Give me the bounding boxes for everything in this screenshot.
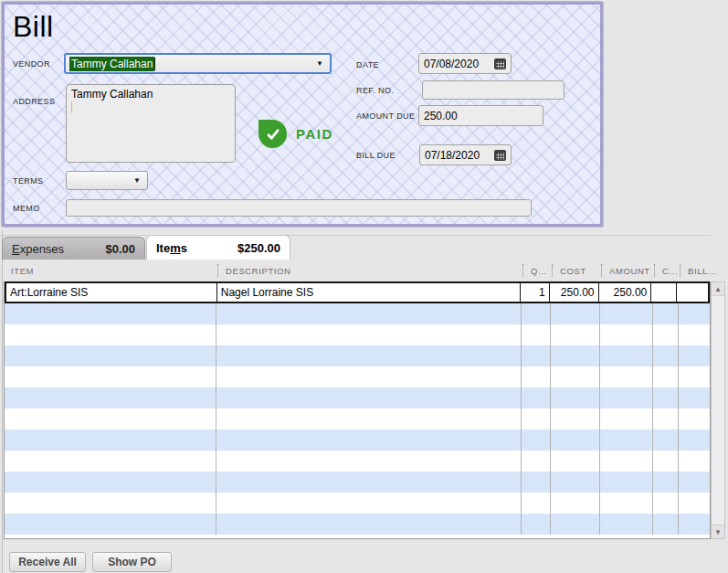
table-row[interactable] [5, 514, 710, 535]
chevron-down-icon[interactable]: ▼ [133, 177, 141, 185]
table-row[interactable] [5, 303, 710, 324]
ref-no-label: REF. NO. [356, 86, 394, 95]
table-row[interactable] [5, 451, 710, 472]
tab-expenses[interactable]: Expenses $0.00 [2, 237, 145, 260]
bill-due-input[interactable]: 07/18/2020 [419, 144, 512, 165]
window-left-border [2, 230, 3, 573]
text-caret [71, 101, 72, 112]
cell-cost[interactable]: 250.00 [550, 283, 599, 302]
show-po-button[interactable]: Show PO [92, 552, 172, 572]
column-header-item: ITEM [4, 264, 217, 277]
vendor-label: VENDOR [13, 59, 50, 69]
tab-expenses-amount: $0.00 [105, 242, 135, 256]
column-header-cost: COST [552, 264, 601, 277]
paid-stamp-label: PAID [296, 126, 333, 142]
receive-all-button[interactable]: Receive All [9, 552, 86, 572]
table-row[interactable] [5, 324, 710, 345]
address-textarea[interactable]: Tammy Callahan [66, 84, 236, 163]
address-label: ADDRESS [13, 97, 55, 106]
vendor-combobox[interactable]: Tammy Callahan ▼ [64, 53, 332, 74]
tab-items-amount: $250.00 [237, 241, 280, 255]
table-row[interactable] [5, 409, 710, 430]
amount-due-label: AMOUNT DUE [356, 111, 415, 121]
cell-qty[interactable]: 1 [521, 283, 550, 302]
cell-customer[interactable] [651, 283, 677, 302]
scroll-up-icon[interactable]: ▲ [712, 282, 724, 296]
table-row-selected[interactable]: Art:Lorraine SIS Nagel Lorraine SIS 1 25… [5, 281, 710, 303]
cell-item[interactable]: Art:Lorraine SIS [6, 283, 217, 302]
table-row[interactable] [5, 345, 710, 366]
tab-items-label: Items [156, 241, 187, 255]
column-header-billable: BILL... [680, 264, 711, 277]
table-row[interactable] [5, 366, 710, 387]
check-icon [264, 125, 282, 143]
cell-amount[interactable]: 250.00 [599, 283, 652, 302]
bill-form-panel: Bill VENDOR Tammy Callahan ▼ ADDRESS Tam… [2, 2, 603, 227]
table-row[interactable] [5, 472, 710, 493]
column-header-amount: AMOUNT [601, 264, 654, 277]
table-header-row: ITEM DESCRIPTION Q... COST AMOUNT C... B… [4, 260, 711, 281]
tab-strip-divider [0, 235, 711, 236]
vendor-selected-text: Tammy Callahan [69, 57, 154, 71]
terms-label: TERMS [13, 176, 44, 186]
table-row[interactable] [5, 430, 710, 451]
ref-no-input[interactable] [422, 80, 564, 100]
cell-description[interactable]: Nagel Lorraine SIS [217, 283, 521, 302]
terms-dropdown[interactable]: ▼ [66, 171, 148, 190]
column-header-qty: Q... [522, 264, 552, 277]
vertical-scrollbar[interactable]: ▲ ▼ [711, 281, 725, 539]
address-line: Tammy Callahan [71, 88, 230, 101]
page-title: Bill [13, 10, 54, 44]
amount-due-input[interactable]: 250.00 [418, 105, 543, 126]
tab-expenses-label: Expenses [12, 242, 64, 256]
calendar-icon[interactable] [494, 150, 506, 161]
memo-input[interactable] [66, 199, 532, 217]
cell-billable[interactable] [677, 283, 708, 302]
tab-items[interactable]: Items $250.00 [146, 235, 290, 260]
memo-label: MEMO [13, 204, 40, 213]
table-row[interactable] [5, 493, 710, 514]
column-header-customer: C... [654, 264, 680, 277]
date-value: 07/08/2020 [424, 58, 479, 70]
calendar-icon[interactable] [494, 58, 506, 69]
table-row[interactable] [5, 387, 710, 409]
items-table: Art:Lorraine SIS Nagel Lorraine SIS 1 25… [4, 281, 711, 539]
bill-due-value: 07/18/2020 [425, 149, 480, 162]
column-header-description: DESCRIPTION [217, 264, 522, 277]
scroll-down-icon[interactable]: ▼ [712, 525, 724, 538]
paid-badge [258, 120, 287, 148]
chevron-down-icon[interactable]: ▼ [316, 60, 323, 68]
text-caret [154, 58, 155, 70]
date-label: DATE [356, 60, 379, 69]
date-input[interactable]: 07/08/2020 [418, 53, 512, 74]
bill-due-label: BILL DUE [356, 151, 396, 160]
